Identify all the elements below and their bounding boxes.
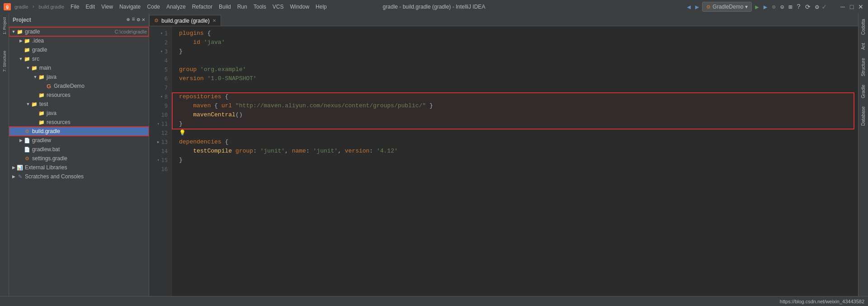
- settings-gradle-icon: ⚙: [24, 155, 31, 162]
- linenum-7: 7: [165, 83, 168, 92]
- minimize-button[interactable]: ─: [839, 3, 846, 10]
- menu-window[interactable]: Window: [287, 4, 312, 10]
- collapse-icon[interactable]: ≡: [132, 16, 135, 23]
- tree-item-scratches[interactable]: ▶ ✎ Scratches and Consoles: [9, 172, 149, 181]
- tree-item-settings-gradle[interactable]: ⚙ settings.gradle: [9, 154, 149, 163]
- fold-arrow-1[interactable]: ▾: [160, 29, 163, 38]
- linenum-12: 12: [161, 129, 168, 138]
- fold-arrow-8[interactable]: ▾: [160, 92, 163, 101]
- linenum-1: 1: [165, 29, 168, 38]
- tree-item-gradlew[interactable]: ▶ 📄 gradlew: [9, 136, 149, 145]
- res-test-label: resources: [47, 119, 147, 125]
- right-tab-ant[interactable]: Ant: [860, 39, 867, 53]
- root-label: gradle: [25, 29, 113, 35]
- tree-item-resources-main[interactable]: 📁 resources: [9, 91, 149, 100]
- tree-item-src[interactable]: ▼ 📁 src: [9, 54, 149, 63]
- gear-icon[interactable]: ⚙: [137, 16, 140, 23]
- fold-arrow-3[interactable]: ▾: [160, 47, 163, 56]
- tree-item-main[interactable]: ▼ 📁 main: [9, 63, 149, 72]
- gradlew-bat-icon: 📄: [24, 146, 31, 153]
- fold-arrow-15[interactable]: ▾: [157, 156, 160, 165]
- tree-item-test[interactable]: ▼ 📁 test: [9, 100, 149, 109]
- kw-plugins: plugins: [179, 29, 204, 38]
- project-panel-title: Project: [13, 17, 31, 23]
- linenum-13: 13: [161, 138, 168, 147]
- menu-file[interactable]: File: [68, 4, 82, 10]
- line-1: ▾ 1: [149, 29, 171, 38]
- menu-navigate[interactable]: Navigate: [117, 4, 143, 10]
- right-tab-gradle[interactable]: Gradle: [860, 81, 867, 102]
- project-panel: Project ⊕ ≡ ⚙ ✕ ▼ 📁 gradle C:\code\gradl…: [9, 14, 149, 296]
- project-panel-tab[interactable]: 1: Project: [2, 14, 7, 38]
- menu-edit[interactable]: Edit: [83, 4, 98, 10]
- line-9: 9: [149, 101, 171, 110]
- tree-root-gradle[interactable]: ▼ 📁 gradle C:\code\gradle: [9, 27, 149, 36]
- line-3: ▾ 3: [149, 47, 171, 56]
- warning-bulb-icon[interactable]: 💡: [179, 129, 186, 138]
- run-config-dropdown[interactable]: ⚙ GradleDemo ▾: [702, 2, 752, 12]
- fold-arrow-13[interactable]: ▶: [157, 138, 160, 147]
- tree-item-gradlew-bat[interactable]: 📄 gradlew.bat: [9, 145, 149, 154]
- right-tab-database[interactable]: Database: [860, 103, 867, 129]
- run-config-arrow: ▾: [745, 4, 748, 10]
- tree-item-java-test[interactable]: 📁 java: [9, 109, 149, 118]
- back-button[interactable]: ◀: [685, 2, 692, 12]
- tab-close-icon[interactable]: ✕: [212, 18, 216, 23]
- fold-arrow-11[interactable]: ▾: [157, 120, 160, 129]
- project-breadcrumb: gradle: [14, 4, 28, 10]
- menu-refactor[interactable]: Refactor: [189, 4, 215, 10]
- plain-14a: [232, 147, 236, 156]
- tree-item-external-libs[interactable]: ▶ 📊 External Libraries: [9, 163, 149, 172]
- plain-11: }: [179, 120, 183, 129]
- debug-button[interactable]: ▶: [762, 2, 769, 12]
- editor-content: ▾ 1 2 ▾ 3 4 5 6: [149, 26, 858, 296]
- tree-item-java[interactable]: ▼ 📁 java: [9, 72, 149, 81]
- run-button[interactable]: ▶: [754, 2, 760, 12]
- test-arrow: ▼: [25, 102, 31, 106]
- update-button[interactable]: ⟳: [804, 2, 812, 12]
- menu-tools[interactable]: Tools: [251, 4, 269, 10]
- idea-arrow: ▶: [18, 38, 24, 43]
- structure-panel-tab[interactable]: 7: Structure: [2, 47, 7, 76]
- settings-button[interactable]: ⚙: [814, 2, 820, 12]
- menu-code[interactable]: Code: [144, 4, 163, 10]
- root-folder-icon: 📁: [16, 28, 24, 35]
- menu-build[interactable]: Build: [216, 4, 234, 10]
- maximize-button[interactable]: □: [848, 3, 855, 10]
- menu-view[interactable]: View: [99, 4, 116, 10]
- menu-vcs[interactable]: VCS: [270, 4, 287, 10]
- coverage-button[interactable]: ⊕: [770, 2, 777, 12]
- menu-run[interactable]: Run: [235, 4, 250, 10]
- plain-8a: {: [222, 92, 229, 101]
- help-button[interactable]: ?: [796, 2, 802, 11]
- app-icon: g: [4, 3, 11, 10]
- right-tab-codotta[interactable]: Codotta: [860, 15, 867, 38]
- code-line-13: dependencies {: [172, 138, 858, 147]
- java-label: java: [47, 74, 147, 80]
- line-4: 4: [149, 56, 171, 65]
- menu-analyze[interactable]: Analyze: [164, 4, 189, 10]
- close-panel-icon[interactable]: ✕: [142, 16, 145, 23]
- build-button[interactable]: ⊞: [787, 2, 793, 12]
- close-button[interactable]: ✕: [857, 3, 864, 10]
- build-gradle-icon: ⚙: [24, 128, 31, 135]
- tree-item-build-gradle[interactable]: ⚙ build.gradle: [9, 127, 149, 136]
- profile-button[interactable]: ⊙: [779, 2, 785, 12]
- menu-help[interactable]: Help: [313, 4, 330, 10]
- right-tab-structure[interactable]: Structure: [860, 54, 867, 80]
- kw-version2: version: [345, 147, 370, 156]
- tree-item-resources-test[interactable]: 📁 resources: [9, 118, 149, 127]
- kw-version: version: [179, 74, 204, 83]
- title-bar: g gradle › build.gradle File Edit View N…: [0, 0, 868, 14]
- tree-item-gradledemo[interactable]: G GradleDemo: [9, 81, 149, 91]
- line-numbers: ▾ 1 2 ▾ 3 4 5 6: [149, 26, 172, 296]
- panel-header-icons: ⊕ ≡ ⚙ ✕: [127, 16, 145, 23]
- editor-tab-build-gradle[interactable]: ⚙ build.gradle (gradle) ✕: [149, 15, 221, 26]
- forward-button[interactable]: ▶: [694, 2, 700, 12]
- str-version2: '4.12': [377, 147, 398, 156]
- tree-item-idea[interactable]: ▶ 📁 .idea: [9, 36, 149, 45]
- sync-icon[interactable]: ⊕: [127, 16, 130, 23]
- code-line-2: id 'java': [172, 38, 858, 47]
- tree-item-gradle-folder[interactable]: 📁 gradle: [9, 45, 149, 54]
- plain-1a: {: [204, 29, 211, 38]
